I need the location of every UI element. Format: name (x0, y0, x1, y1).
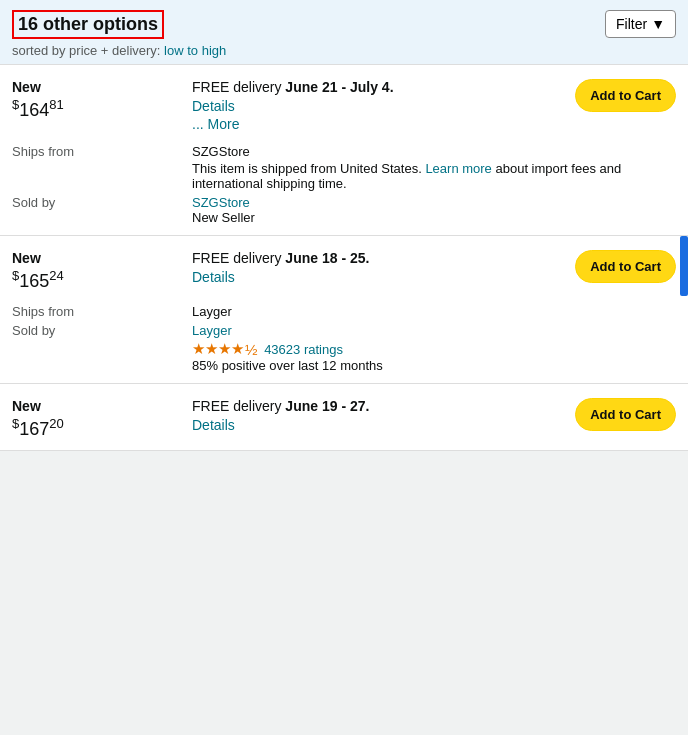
header-left: 16 other options sorted by price + deliv… (12, 10, 226, 58)
listing-3-condition: New (12, 398, 192, 414)
listing-2-details: Ships from Layger Sold by Layger ★★★★½ 4… (12, 304, 676, 373)
listing-3-right: Add to Cart (575, 398, 676, 431)
sold-by-sub: New Seller (192, 210, 676, 225)
price-whole-3: 167 (19, 419, 49, 439)
sold-by-link[interactable]: SZGStore (192, 195, 250, 210)
listing-3-price: $16720 (12, 416, 192, 440)
listing-1-delivery: FREE delivery June 21 - July 4. (192, 79, 565, 95)
ships-from-value-2: Layger (192, 304, 676, 319)
listing-1-more-link[interactable]: ... More (192, 116, 239, 132)
listing-1-condition: New (12, 79, 192, 95)
sort-text: sorted by price + delivery: low to high (12, 43, 226, 58)
sold-by-link-2[interactable]: Layger (192, 323, 232, 338)
price-cents-3: 20 (49, 416, 63, 431)
sold-by-value-2: Layger ★★★★½ 43623 ratings 85% positive … (192, 323, 676, 373)
sold-by-value: SZGStore New Seller (192, 195, 676, 225)
listing-3-left: New $16720 (12, 398, 192, 440)
listing-2-price: $16524 (12, 268, 192, 292)
price-whole-2: 165 (19, 271, 49, 291)
listing-2-right: Add to Cart (575, 250, 676, 283)
listing-1-details: Ships from SZGStore This item is shipped… (12, 144, 676, 225)
filter-button[interactable]: Filter ▼ (605, 10, 676, 38)
listing-2-condition: New (12, 250, 192, 266)
listing-3: New $16720 FREE delivery June 19 - 27. D… (0, 384, 688, 451)
ships-from-label-2: Ships from (12, 304, 192, 319)
listing-1-price: $16481 (12, 97, 192, 121)
listing-2-delivery: FREE delivery June 18 - 25. (192, 250, 565, 266)
star-icons: ★★★★½ (192, 340, 258, 358)
ratings-count[interactable]: 43623 ratings (264, 342, 343, 357)
listing-1-details-row: Details (192, 98, 565, 114)
price-whole: 164 (19, 100, 49, 120)
chevron-down-icon: ▼ (651, 16, 665, 32)
listing-3-details-link[interactable]: Details (192, 417, 235, 433)
listing-2-left: New $16524 (12, 250, 192, 292)
sold-by-label-2: Sold by (12, 323, 192, 373)
listing-1-center: FREE delivery June 21 - July 4. Details … (192, 79, 575, 132)
listing-3-delivery: FREE delivery June 19 - 27. (192, 398, 565, 414)
delivery-dates: June 21 - July 4. (285, 79, 393, 95)
listing-2-add-to-cart[interactable]: Add to Cart (575, 250, 676, 283)
listing-1-details-link[interactable]: Details (192, 98, 235, 114)
listing-1-add-to-cart[interactable]: Add to Cart (575, 79, 676, 112)
delivery-dates-2: June 18 - 25. (285, 250, 369, 266)
listing-1-more-row: ... More (192, 116, 565, 132)
listing-3-details-row: Details (192, 417, 565, 433)
header: 16 other options sorted by price + deliv… (0, 0, 688, 65)
listing-2: New $16524 FREE delivery June 18 - 25. D… (0, 236, 688, 384)
delivery-dates-3: June 19 - 27. (285, 398, 369, 414)
sort-highlight: low to high (164, 43, 226, 58)
sold-by-label: Sold by (12, 195, 192, 225)
delivery-free: FREE delivery (192, 79, 285, 95)
listing-2-center: FREE delivery June 18 - 25. Details (192, 250, 575, 285)
listing-3-add-to-cart[interactable]: Add to Cart (575, 398, 676, 431)
delivery-free-3: FREE delivery (192, 398, 285, 414)
price-cents: 81 (49, 97, 63, 112)
listing-2-main: New $16524 FREE delivery June 18 - 25. D… (12, 250, 676, 292)
listing-3-main: New $16720 FREE delivery June 19 - 27. D… (12, 398, 676, 440)
price-cents-2: 24 (49, 268, 63, 283)
listing-1: New $16481 FREE delivery June 21 - July … (0, 65, 688, 236)
listing-2-details-link[interactable]: Details (192, 269, 235, 285)
seller-rating: ★★★★½ 43623 ratings (192, 340, 676, 358)
delivery-free-2: FREE delivery (192, 250, 285, 266)
listing-1-left: New $16481 (12, 79, 192, 121)
other-options-title: 16 other options (12, 10, 164, 39)
listing-1-right: Add to Cart (575, 79, 676, 112)
listing-1-main: New $16481 FREE delivery June 21 - July … (12, 79, 676, 132)
blue-bar (680, 236, 688, 296)
ships-from-label: Ships from (12, 144, 192, 191)
listing-3-center: FREE delivery June 19 - 27. Details (192, 398, 575, 433)
main-container: 16 other options sorted by price + deliv… (0, 0, 688, 451)
ships-from-value: SZGStore This item is shipped from Unite… (192, 144, 676, 191)
ships-note: This item is shipped from United States.… (192, 161, 676, 191)
learn-more-link[interactable]: Learn more (425, 161, 491, 176)
positive-text: 85% positive over last 12 months (192, 358, 676, 373)
listing-2-details-row: Details (192, 269, 565, 285)
filter-label: Filter (616, 16, 647, 32)
